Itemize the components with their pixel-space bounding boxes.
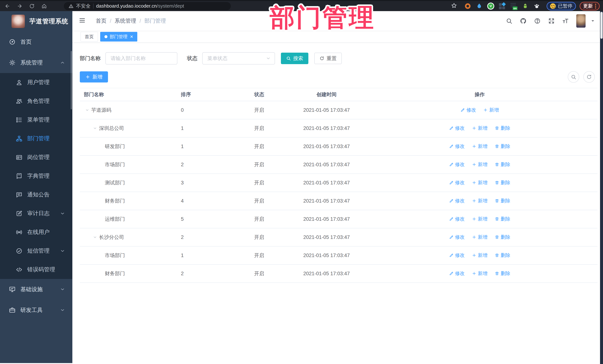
sidebar-item-tools[interactable]: 研发工具	[0, 300, 72, 320]
add-action-link[interactable]: 新增	[472, 125, 487, 132]
update-button[interactable]: 更新	[580, 2, 600, 10]
forward-icon[interactable]	[15, 2, 24, 10]
sidebar-item-notice[interactable]: 通知公告	[0, 185, 72, 204]
edit-action-link[interactable]: 修改	[449, 234, 465, 240]
status-select[interactable]: 菜单状态	[202, 52, 275, 65]
del-action-link[interactable]: 删除	[495, 179, 510, 186]
extension-green-check-icon[interactable]: V	[487, 2, 495, 10]
table-row[interactable]: 市场部门 1 开启 2021-01-05 17:03:47 修改 新增	[80, 246, 597, 265]
table-row[interactable]: 长沙分公司 2 开启 2021-01-05 17:03:47 修改 新增	[80, 228, 597, 246]
caret-down-icon[interactable]	[590, 19, 595, 23]
extension-android-icon[interactable]	[521, 2, 529, 10]
user-avatar[interactable]	[576, 14, 586, 28]
edit-action-link[interactable]: 修改	[449, 125, 465, 132]
tab-home[interactable]: 首页	[81, 32, 98, 42]
sidebar-toggle-icon[interactable]	[79, 17, 87, 25]
dept-name-cell: 深圳总公司	[80, 125, 176, 132]
help-icon[interactable]	[534, 18, 541, 24]
add-action-link[interactable]: 新增	[472, 252, 487, 259]
expand-row-icon[interactable]	[93, 235, 97, 240]
refresh-button[interactable]	[583, 71, 595, 83]
del-action-link[interactable]: 删除	[495, 234, 510, 240]
sidebar-item-menu[interactable]: 菜单管理	[0, 110, 72, 129]
edit-action-link[interactable]: 修改	[449, 161, 465, 168]
scrollbar-thumb[interactable]	[600, 12, 603, 39]
bookmark-star-icon[interactable]	[451, 2, 458, 10]
edit-action-link[interactable]: 修改	[449, 198, 465, 204]
add-action-link[interactable]: 新增	[472, 161, 487, 168]
reset-button[interactable]: 重置	[314, 53, 342, 64]
close-icon[interactable]: ×	[130, 34, 133, 39]
del-action-link[interactable]: 删除	[495, 161, 510, 168]
add-action-link[interactable]: 新增	[483, 107, 499, 113]
sidebar-item-sms[interactable]: 短信管理	[0, 242, 72, 260]
sidebar-item-online[interactable]: 在线用户	[0, 223, 72, 242]
table-row[interactable]: 运维部门 5 开启 2021-01-05 17:03:47 修改 新增	[80, 210, 597, 228]
font-size-icon[interactable]	[562, 18, 569, 24]
top-header: 首页 / 系统管理 / 部门管理	[72, 11, 603, 31]
extension-on-switch-icon[interactable]: on	[510, 2, 518, 10]
add-button[interactable]: 新增	[80, 71, 108, 82]
table-row[interactable]: 芋道源码 0 开启 2021-01-05 17:03:47 修改 新增	[80, 101, 597, 119]
extension-drop-icon[interactable]	[475, 2, 483, 10]
del-action-link[interactable]: 删除	[495, 198, 510, 204]
add-action-link[interactable]: 新增	[472, 179, 487, 186]
sidebar-item-user[interactable]: 用户管理	[0, 73, 72, 92]
sidebar-item-dict[interactable]: 字典管理	[0, 167, 72, 185]
table-row[interactable]: 财务部门 4 开启 2021-01-05 17:03:47 修改 新增	[80, 192, 597, 210]
sidebar-item-errcode[interactable]: 错误码管理	[0, 260, 72, 279]
add-action-link[interactable]: 新增	[472, 234, 487, 240]
tab-dept[interactable]: 部门管理 ×	[100, 32, 137, 42]
del-action-link[interactable]: 删除	[495, 216, 510, 222]
breadcrumb-home[interactable]: 首页	[96, 17, 106, 25]
browser-menu-icon[interactable]	[595, 4, 596, 9]
back-icon[interactable]	[3, 2, 12, 10]
sidebar-item-audit[interactable]: 审计日志	[0, 204, 72, 223]
del-action-link[interactable]: 删除	[495, 143, 510, 150]
add-action-link[interactable]: 新增	[472, 198, 487, 204]
table-row[interactable]: 市场部门 2 开启 2021-01-05 17:03:47 修改 新增	[80, 156, 597, 174]
table-row[interactable]: 深圳总公司 1 开启 2021-01-05 17:03:47 修改 新增	[80, 119, 597, 138]
del-action-link[interactable]: 删除	[495, 125, 510, 132]
del-action-link[interactable]: 删除	[495, 252, 510, 259]
sidebar-item-infra[interactable]: 基础设施	[0, 279, 72, 300]
sidebar-item-role[interactable]: 角色管理	[0, 92, 72, 110]
dept-name-input[interactable]	[105, 52, 177, 65]
sidebar-item-home[interactable]: 首页	[0, 32, 72, 52]
edit-action-link[interactable]: 修改	[449, 216, 465, 222]
search-button[interactable]: 搜索	[281, 53, 308, 64]
reload-icon[interactable]	[27, 2, 37, 10]
del-action-link[interactable]: 删除	[495, 270, 510, 277]
toggle-search-button[interactable]	[568, 71, 579, 83]
paused-badge[interactable]: 已暂停	[547, 2, 576, 10]
edit-action-link[interactable]: 修改	[449, 270, 465, 277]
table-row[interactable]: 财务部门 2 开启 2021-01-05 17:03:47 修改 新增	[80, 265, 597, 283]
breadcrumb-system[interactable]: 系统管理	[115, 17, 136, 25]
created-cell: 2021-01-05 17:03:47	[291, 107, 362, 113]
expand-row-icon[interactable]	[93, 126, 97, 131]
home-icon[interactable]	[39, 2, 49, 10]
edit-action-link[interactable]: 修改	[449, 143, 465, 150]
extension-paw-icon[interactable]	[533, 2, 541, 10]
sidebar-scrollbar[interactable]	[71, 51, 72, 109]
add-action-link[interactable]: 新增	[472, 216, 487, 222]
address-bar[interactable]: 不安全 dashboard.yudao.iocoder.cn/system/de…	[64, 2, 231, 10]
search-icon[interactable]	[506, 18, 512, 24]
add-action-link[interactable]: 新增	[472, 143, 487, 150]
edit-action-link[interactable]: 修改	[449, 252, 465, 259]
table-row[interactable]: 研发部门 1 开启 2021-01-05 17:03:47 修改 新增	[80, 138, 597, 156]
extension-puzzle-icon[interactable]	[498, 2, 506, 10]
github-icon[interactable]	[520, 18, 527, 24]
fullscreen-icon[interactable]	[548, 18, 555, 24]
sidebar-item-system[interactable]: 系统管理	[0, 52, 72, 73]
page-scrollbar[interactable]	[600, 11, 603, 364]
table-row[interactable]: 测试部门 3 开启 2021-01-05 17:03:47 修改 新增	[80, 174, 597, 192]
tab-bar: 首页 部门管理 ×	[72, 31, 603, 43]
edit-action-link[interactable]: 修改	[449, 179, 465, 186]
sidebar-item-post[interactable]: 岗位管理	[0, 148, 72, 167]
extension-ring-icon[interactable]	[464, 2, 472, 10]
add-action-link[interactable]: 新增	[472, 270, 487, 277]
expand-row-icon[interactable]	[85, 108, 89, 112]
sidebar-item-dept[interactable]: 部门管理	[0, 129, 72, 148]
edit-action-link[interactable]: 修改	[460, 107, 476, 113]
